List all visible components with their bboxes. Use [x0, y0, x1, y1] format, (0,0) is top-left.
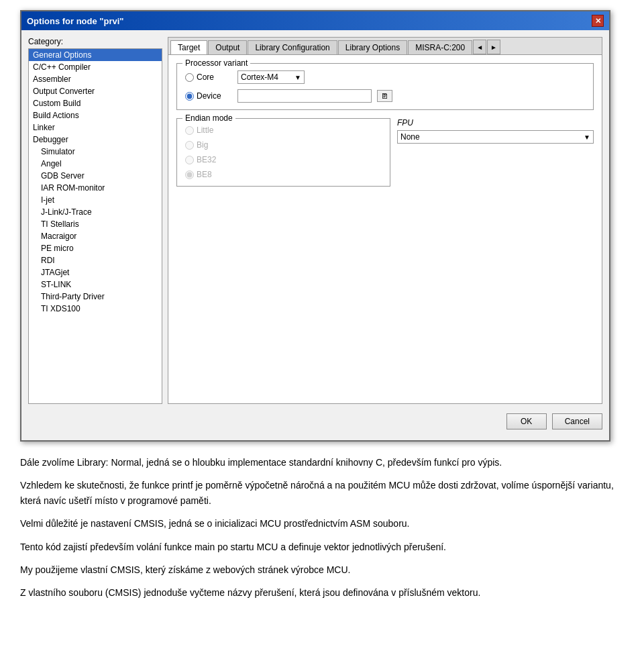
tab-scroll-right[interactable]: ►	[487, 40, 500, 54]
body-paragraph-4: My použijeme vlastní CMSIS, který získám…	[20, 562, 624, 577]
endian-row-endian-be32: BE32	[185, 155, 382, 164]
body-text: Dále zvolíme Library: Normal, jedná se o…	[0, 442, 644, 614]
endian-label-endian-big: Big	[185, 140, 232, 150]
endian-radio-endian-little	[185, 126, 194, 135]
endian-mode-legend: Endian mode	[182, 113, 235, 123]
device-browse-button[interactable]: 🖹	[377, 90, 392, 102]
tab-tab-target[interactable]: Target	[170, 40, 207, 55]
endian-mode-group: Endian mode LittleBigBE32BE8	[176, 118, 390, 187]
dialog-content: Category: General OptionsC/C++ CompilerA…	[28, 37, 602, 404]
dialog-buttons: OK Cancel	[28, 409, 602, 434]
category-item-gdb-server[interactable]: GDB Server	[29, 170, 162, 182]
core-radio[interactable]	[185, 73, 194, 82]
endian-label-endian-be8: BE8	[185, 170, 232, 179]
core-dropdown[interactable]: Cortex-M4 ▼	[237, 70, 305, 84]
category-label: Category:	[28, 37, 162, 46]
dialog-titlebar: Options for node "prvi" ✕	[21, 11, 609, 30]
endian-radio-endian-be8	[185, 170, 194, 179]
endian-label-endian-little: Little	[185, 125, 232, 135]
fpu-value: None	[400, 132, 420, 142]
category-item-assembler[interactable]: Assembler	[29, 73, 162, 85]
device-label: Device	[197, 91, 221, 101]
category-item-build-actions[interactable]: Build Actions	[29, 109, 162, 121]
settings-panel: TargetOutputLibrary ConfigurationLibrary…	[168, 37, 602, 404]
category-item-third-party-driver[interactable]: Third-Party Driver	[29, 291, 162, 303]
tabs-row: TargetOutputLibrary ConfigurationLibrary…	[168, 38, 602, 55]
category-item-macraigor[interactable]: Macraigor	[29, 230, 162, 242]
processor-variant-group: Processor variant Core Cortex-M4 ▼	[176, 63, 594, 110]
category-item-rdi[interactable]: RDI	[29, 254, 162, 266]
fpu-dropdown-arrow: ▼	[584, 134, 590, 141]
core-dropdown-arrow: ▼	[294, 74, 301, 81]
category-item-ti-stellaris[interactable]: TI Stellaris	[29, 218, 162, 230]
category-item-cpp-compiler[interactable]: C/C++ Compiler	[29, 61, 162, 73]
core-row: Core Cortex-M4 ▼	[185, 70, 585, 84]
fpu-group: FPU None ▼	[397, 118, 594, 195]
device-radio[interactable]	[185, 92, 194, 101]
tab-content: Processor variant Core Cortex-M4 ▼	[168, 55, 602, 403]
endian-row-endian-little: Little	[185, 125, 382, 135]
endian-option-label-endian-big: Big	[197, 140, 208, 150]
category-item-jlink-jtrace[interactable]: J-Link/J-Trace	[29, 206, 162, 218]
category-item-general-options[interactable]: General Options	[29, 49, 162, 61]
dialog-title: Options for node "prvi"	[27, 16, 124, 26]
endian-row-endian-be8: BE8	[185, 170, 382, 179]
category-item-ti-xds100[interactable]: TI XDS100	[29, 303, 162, 315]
fpu-label: FPU	[397, 118, 594, 128]
endian-options: LittleBigBE32BE8	[185, 125, 382, 179]
category-panel: Category: General OptionsC/C++ CompilerA…	[28, 37, 162, 404]
category-item-iar-rom-monitor[interactable]: IAR ROM-monitor	[29, 182, 162, 194]
core-value: Cortex-M4	[241, 72, 278, 82]
category-item-pe-micro[interactable]: PE micro	[29, 242, 162, 254]
tab-tab-misra[interactable]: MISRA-C:200	[408, 40, 472, 54]
endian-label-endian-be32: BE32	[185, 155, 232, 164]
endian-row-endian-big: Big	[185, 140, 382, 150]
category-item-custom-build[interactable]: Custom Build	[29, 97, 162, 109]
tab-scroll-left[interactable]: ◄	[473, 40, 486, 54]
category-item-st-link[interactable]: ST-LINK	[29, 278, 162, 291]
body-paragraph-0: Dále zvolíme Library: Normal, jedná se o…	[20, 455, 624, 470]
cancel-button[interactable]: Cancel	[552, 413, 602, 429]
tab-tab-library-config[interactable]: Library Configuration	[248, 40, 337, 54]
body-paragraph-1: Vzhledem ke skutečnosti, že funkce print…	[20, 478, 624, 508]
device-input[interactable]: ST STM32F405VG	[237, 89, 372, 103]
endian-radio-endian-big	[185, 141, 194, 150]
processor-variant-legend: Processor variant	[182, 58, 250, 68]
endian-option-label-endian-little: Little	[197, 125, 213, 135]
category-item-angel[interactable]: Angel	[29, 158, 162, 170]
device-radio-label[interactable]: Device	[185, 91, 232, 101]
device-row: Device ST STM32F405VG 🖹	[185, 89, 585, 103]
ok-button[interactable]: OK	[506, 413, 547, 429]
core-radio-label[interactable]: Core	[185, 72, 232, 82]
endian-option-label-endian-be8: BE8	[197, 170, 212, 179]
bottom-groups: Endian mode LittleBigBE32BE8 FPU None ▼	[176, 118, 594, 195]
fpu-dropdown[interactable]: None ▼	[397, 130, 594, 144]
tab-tab-output[interactable]: Output	[208, 40, 247, 54]
endian-radio-endian-be32	[185, 156, 194, 164]
close-button[interactable]: ✕	[592, 15, 604, 27]
core-label: Core	[197, 72, 214, 82]
category-item-jtagjet[interactable]: JTAGjet	[29, 266, 162, 278]
body-paragraph-5: Z vlastního souboru (CMSIS) jednoduše vy…	[20, 585, 624, 600]
body-paragraph-2: Velmi důležité je nastavení CMSIS, jedná…	[20, 516, 624, 531]
category-item-simulator[interactable]: Simulator	[29, 146, 162, 158]
dialog-body: Category: General OptionsC/C++ CompilerA…	[21, 30, 609, 440]
category-item-output-converter[interactable]: Output Converter	[29, 85, 162, 97]
category-list: General OptionsC/C++ CompilerAssemblerOu…	[28, 48, 162, 404]
category-item-i-jet[interactable]: I-jet	[29, 194, 162, 206]
category-item-linker[interactable]: Linker	[29, 121, 162, 134]
options-dialog: Options for node "prvi" ✕ Category: Gene…	[20, 10, 610, 442]
body-paragraph-3: Tento kód zajistí především volání funkc…	[20, 540, 624, 554]
tab-tab-library-options[interactable]: Library Options	[338, 40, 407, 54]
category-item-debugger[interactable]: Debugger	[29, 134, 162, 146]
endian-option-label-endian-be32: BE32	[197, 155, 216, 164]
